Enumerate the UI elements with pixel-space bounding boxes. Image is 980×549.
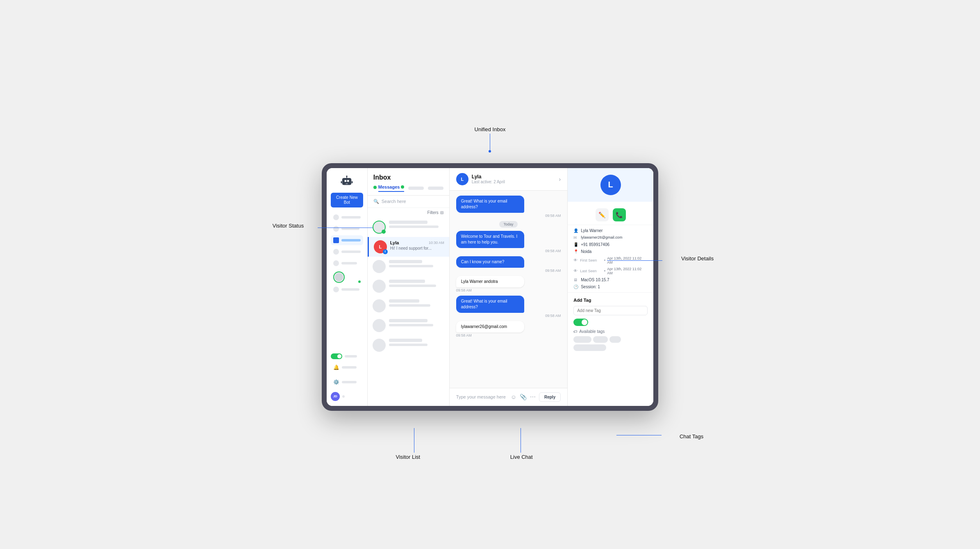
sidebar: Create New Bot [327,168,368,406]
detail-location: Noida [581,249,591,254]
msg-time-3: 09:58 AM [456,269,561,273]
chat-input-placeholder[interactable]: Type your message here [456,394,507,399]
user-avatar-row[interactable]: JD [331,392,363,401]
sent-bubble-1: Great! What is your email address? [456,196,524,213]
tag-chip-1[interactable] [573,336,591,343]
add-tag-input[interactable] [573,306,648,315]
detail-email: lylawarner26@gmail.com [581,235,622,239]
msg-time-1: 09:58 AM [456,214,561,218]
message-5: Great! What is your email address? 09:58… [456,296,561,318]
visitor-item-lyla[interactable]: L f Lyla 10:30 AM Hi! I need support for… [368,237,449,257]
tag-chip-3[interactable] [609,336,621,343]
message-4: Lyla Warner andotra 09:58 AM [456,276,561,292]
filters-label[interactable]: Filters [427,210,439,215]
detail-name: Lyla Warner [581,228,603,233]
sidebar-nav-item-5 [331,285,363,294]
sent-bubble-4: Great! What is your email address? [456,296,524,313]
chat-more-icon[interactable]: › [559,176,561,182]
attachment-icon[interactable]: 📎 [520,394,527,400]
visitor-list-panel: Inbox Messages 🔍 [368,168,450,406]
tab-skeleton-2 [408,187,424,190]
app-window: Create New Bot [327,168,653,406]
tab-messages-label: Messages [378,185,400,189]
message-1: Great! What is your email address? 09:58… [456,196,561,218]
call-visitor-button[interactable]: 📞 [613,208,626,221]
svg-rect-2 [347,180,349,182]
chat-header: L Lyla Last active: 2 April › [450,168,567,191]
sent-bubble-3: Can I know your name? [456,256,524,268]
skeleton-visitor-2 [368,257,449,276]
tag-toggle[interactable] [573,319,588,326]
live-chat-annotation: Live Chat [510,454,533,460]
filter-icon[interactable]: ⊟ [440,210,443,215]
sidebar-item-inbox[interactable] [331,235,363,245]
sidebar-bottom: 🔔 ⚙️ JD [331,353,363,401]
inbox-tabs: Messages [368,185,449,196]
detail-location-row: 📍 Noida [573,249,648,254]
details-avatar-section: L [568,168,653,202]
reply-button[interactable]: Reply [539,392,561,402]
detail-os: MacOS 10.15.7 [581,278,609,282]
chat-action-buttons: ☺ 📎 ⋯ Reply [511,392,561,402]
tab-skeleton-1 [373,186,377,191]
status-toggle[interactable] [331,353,342,359]
visitor-status-indicator [333,271,361,283]
dot-2 [604,270,605,271]
message-3: Can I know your name? 09:58 AM [456,256,561,273]
detail-email-row: ✉ lylawarner26@gmail.com [573,235,648,240]
visitor-info-lyla: Lyla 10:30 AM Hi! I need support for... [390,240,444,251]
sidebar-nav-item-4 [331,258,363,268]
chat-header-left: L Lyla Last active: 2 April [456,173,505,185]
search-bar[interactable]: 🔍 Search here [368,196,449,208]
details-action-buttons: ✏️ 📞 [568,205,653,225]
detail-os-row: 🖥 MacOS 10.15.7 [573,278,648,282]
svg-rect-3 [346,183,348,184]
skeleton-visitor-1 [368,217,449,237]
bell-icon: 🔔 [333,364,339,370]
msg-time-6: 09:58 AM [456,333,561,337]
status-toggle-row [331,353,363,359]
tag-chip-4[interactable] [573,344,606,351]
last-seen-label: Last Seen [580,269,603,273]
last-seen-value: Apr 13th, 2022 11:02 AM [607,267,648,275]
add-tag-label: Add Tag [573,298,648,303]
emoji-icon[interactable]: ☺ [511,394,516,400]
visitor-contact-info: 👤 Lyla Warner ✉ lylawarner26@gmail.com 📱… [568,228,653,289]
messages-badge [401,185,404,189]
message-2: Welcome to Tour and Travels. I am here t… [456,231,561,253]
dot-1 [604,260,605,261]
visitor-name-lyla: Lyla [390,240,399,245]
toggle-label [345,355,357,358]
visitor-status-line [318,228,375,228]
search-placeholder: Search here [382,199,406,204]
msg-time-2: 09:58 AM [456,249,561,253]
unified-inbox-annotation: Unified Inbox [475,126,506,132]
date-divider: Today [499,221,517,228]
edit-visitor-button[interactable]: ✏️ [596,208,609,221]
inbox-icon [333,237,339,243]
settings-item[interactable]: ⚙️ [331,377,363,387]
visitor-avatar-lyla: L f [374,240,387,253]
search-icon: 🔍 [373,199,379,204]
received-bubble-2: lylawarner26@gmail.com [456,321,524,333]
received-bubble-1: Lyla Warner andotra [456,276,524,287]
eye-icon-2: 👁 [573,269,578,273]
chat-contact-name: Lyla [472,174,505,180]
chat-area: L Lyla Last active: 2 April › Great! Wha… [450,168,567,406]
create-new-bot-button[interactable]: Create New Bot [331,193,363,207]
more-options-icon[interactable]: ⋯ [530,394,536,400]
chat-tags-line [616,435,662,435]
details-avatar: L [600,175,621,195]
visitor-details-panel: L ✏️ 📞 👤 Lyla Warner ✉ lylawarner26@gmai… [567,168,653,406]
gear-icon: ⚙️ [333,379,339,385]
email-icon: ✉ [573,235,578,240]
skeleton-visitor-6 [368,335,449,355]
inbox-title: Inbox [368,168,449,185]
user-menu-indicator [342,395,345,398]
tag-chips [573,336,648,351]
tag-chip-2[interactable] [593,336,608,343]
clock-icon: 🕐 [573,285,578,289]
visitor-status-annotation: Visitor Status [273,223,304,229]
add-tag-section: Add Tag 🏷 Available tags [568,292,653,356]
tab-messages[interactable]: Messages [378,185,405,192]
